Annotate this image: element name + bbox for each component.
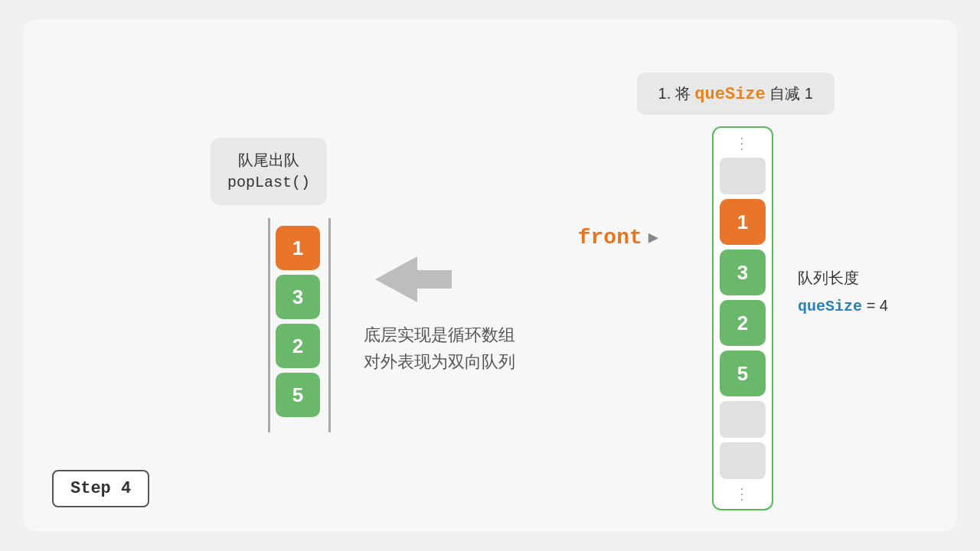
right-cell-orange: 1 [720, 199, 766, 245]
left-list: 1 3 2 5 [276, 226, 320, 422]
left-cell-4: 5 [276, 373, 320, 417]
quesize-eq: = 4 [862, 297, 888, 314]
desc-line1: 底层实现是循环数组 [364, 321, 515, 348]
description-text: 底层实现是循环数组 对外表现为双向队列 [364, 321, 515, 375]
left-cell-2: 3 [276, 275, 320, 319]
left-cell-3: 2 [276, 324, 320, 368]
right-cell-empty-mid [720, 401, 766, 438]
pop-label: 队尾出队 popLast() [211, 138, 327, 205]
right-cell-green-2: 2 [720, 300, 766, 346]
tooltip-box: 1. 将 queSize 自减 1 [637, 73, 835, 115]
quesize-var: queSize [798, 298, 862, 315]
pop-label-line2: popLast() [227, 171, 310, 194]
queue-size-expr: queSize = 4 [798, 292, 888, 321]
queue-length-label: 队列长度 [798, 264, 888, 292]
tooltip-prefix: 1. 将 [658, 85, 695, 102]
tooltip-keyword: queSize [694, 85, 765, 104]
front-text: front [578, 226, 642, 249]
right-cell-green-5: 5 [720, 350, 766, 396]
svg-marker-0 [375, 256, 452, 302]
desc-line2: 对外表现为双向队列 [364, 348, 515, 375]
right-column: ⋮ 1 3 2 5 ⋮ [712, 126, 773, 510]
left-cell-1: 1 [276, 226, 320, 270]
top-dots: ⋮ [734, 131, 751, 155]
arrow-left-icon [375, 256, 452, 305]
right-cell-green-3: 3 [720, 249, 766, 295]
tooltip-suffix: 自减 1 [766, 85, 813, 102]
slide: 1. 将 queSize 自减 1 队尾出队 popLast() 1 3 2 5… [23, 19, 957, 532]
front-label: front ▶ [578, 226, 658, 249]
step-label: Step 4 [70, 479, 131, 498]
step-badge: Step 4 [52, 470, 149, 507]
queue-info: 队列长度 queSize = 4 [798, 264, 888, 321]
right-cell-empty-top [720, 158, 766, 194]
right-cell-empty-bot [720, 442, 766, 479]
front-arrow-icon: ▶ [648, 227, 658, 248]
bottom-dots: ⋮ [734, 481, 751, 506]
pop-label-line1: 队尾出队 [227, 148, 310, 171]
